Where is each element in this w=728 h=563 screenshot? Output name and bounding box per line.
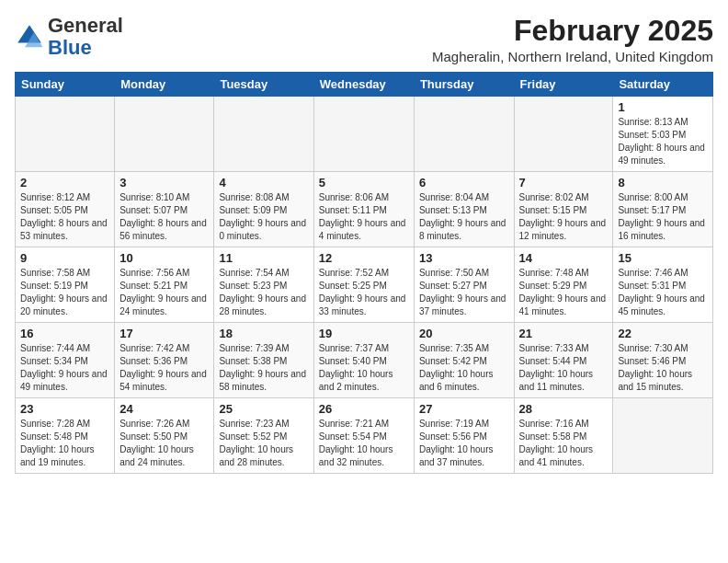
weekday-header-friday: Friday <box>514 73 613 97</box>
calendar-cell <box>514 97 613 172</box>
calendar-cell: 20Sunrise: 7:35 AM Sunset: 5:42 PM Dayli… <box>414 323 514 398</box>
day-info: Sunrise: 7:26 AM Sunset: 5:50 PM Dayligh… <box>119 418 209 469</box>
calendar-table: SundayMondayTuesdayWednesdayThursdayFrid… <box>15 72 713 474</box>
day-number: 24 <box>119 402 209 416</box>
day-info: Sunrise: 8:04 AM Sunset: 5:13 PM Dayligh… <box>419 191 509 243</box>
day-info: Sunrise: 7:21 AM Sunset: 5:54 PM Dayligh… <box>319 418 409 469</box>
day-info: Sunrise: 7:35 AM Sunset: 5:42 PM Dayligh… <box>419 342 509 394</box>
calendar-cell: 19Sunrise: 7:37 AM Sunset: 5:40 PM Dayli… <box>313 323 414 398</box>
day-number: 13 <box>419 251 509 265</box>
day-number: 8 <box>618 176 708 190</box>
day-number: 21 <box>519 327 609 340</box>
title-section: February 2025 Magheralin, Northern Irela… <box>432 15 713 64</box>
calendar-cell: 3Sunrise: 8:10 AM Sunset: 5:07 PM Daylig… <box>115 172 214 247</box>
day-info: Sunrise: 8:08 AM Sunset: 5:09 PM Dayligh… <box>219 191 308 243</box>
day-info: Sunrise: 8:12 AM Sunset: 5:05 PM Dayligh… <box>20 191 109 243</box>
day-number: 9 <box>20 251 109 265</box>
logo: General Blue <box>15 15 123 59</box>
day-number: 3 <box>119 176 209 190</box>
day-info: Sunrise: 7:52 AM Sunset: 5:25 PM Dayligh… <box>319 267 409 318</box>
day-number: 2 <box>20 176 109 190</box>
day-number: 16 <box>20 327 109 340</box>
weekday-header-row: SundayMondayTuesdayWednesdayThursdayFrid… <box>16 73 713 97</box>
day-info: Sunrise: 7:30 AM Sunset: 5:46 PM Dayligh… <box>618 342 708 394</box>
day-info: Sunrise: 7:46 AM Sunset: 5:31 PM Dayligh… <box>618 267 708 318</box>
day-number: 23 <box>20 402 109 416</box>
calendar-cell: 27Sunrise: 7:19 AM Sunset: 5:56 PM Dayli… <box>414 398 514 474</box>
weekday-header-monday: Monday <box>115 73 214 97</box>
calendar-cell: 14Sunrise: 7:48 AM Sunset: 5:29 PM Dayli… <box>514 247 613 323</box>
day-info: Sunrise: 7:28 AM Sunset: 5:48 PM Dayligh… <box>20 418 109 469</box>
day-number: 5 <box>319 176 409 190</box>
calendar-cell: 24Sunrise: 7:26 AM Sunset: 5:50 PM Dayli… <box>115 398 214 474</box>
day-info: Sunrise: 7:48 AM Sunset: 5:29 PM Dayligh… <box>519 267 609 318</box>
calendar-cell: 25Sunrise: 7:23 AM Sunset: 5:52 PM Dayli… <box>214 398 313 474</box>
day-info: Sunrise: 7:50 AM Sunset: 5:27 PM Dayligh… <box>419 267 509 318</box>
day-number: 11 <box>219 251 308 265</box>
day-number: 15 <box>618 251 708 265</box>
day-info: Sunrise: 7:56 AM Sunset: 5:21 PM Dayligh… <box>119 267 209 318</box>
day-info: Sunrise: 7:58 AM Sunset: 5:19 PM Dayligh… <box>20 267 109 318</box>
calendar-cell <box>414 97 514 172</box>
day-info: Sunrise: 7:37 AM Sunset: 5:40 PM Dayligh… <box>319 342 409 394</box>
day-info: Sunrise: 7:19 AM Sunset: 5:56 PM Dayligh… <box>419 418 509 469</box>
day-number: 26 <box>319 402 409 416</box>
day-info: Sunrise: 7:39 AM Sunset: 5:38 PM Dayligh… <box>219 342 308 394</box>
calendar-cell: 17Sunrise: 7:42 AM Sunset: 5:36 PM Dayli… <box>115 323 214 398</box>
day-number: 20 <box>419 327 509 340</box>
calendar-week-3: 9Sunrise: 7:58 AM Sunset: 5:19 PM Daylig… <box>16 247 713 323</box>
weekday-header-saturday: Saturday <box>613 73 713 97</box>
location-subtitle: Magheralin, Northern Ireland, United Kin… <box>432 49 713 64</box>
logo-icon <box>15 22 44 52</box>
calendar-cell: 1Sunrise: 8:13 AM Sunset: 5:03 PM Daylig… <box>613 97 713 172</box>
day-info: Sunrise: 8:00 AM Sunset: 5:17 PM Dayligh… <box>618 191 708 243</box>
calendar-cell: 13Sunrise: 7:50 AM Sunset: 5:27 PM Dayli… <box>414 247 514 323</box>
day-number: 10 <box>119 251 209 265</box>
weekday-header-wednesday: Wednesday <box>313 73 414 97</box>
calendar-cell: 9Sunrise: 7:58 AM Sunset: 5:19 PM Daylig… <box>16 247 115 323</box>
month-title: February 2025 <box>432 15 713 47</box>
day-number: 28 <box>519 402 609 416</box>
logo-general-text: General <box>48 14 123 37</box>
calendar-week-1: 1Sunrise: 8:13 AM Sunset: 5:03 PM Daylig… <box>16 97 713 172</box>
weekday-header-tuesday: Tuesday <box>214 73 313 97</box>
day-number: 12 <box>319 251 409 265</box>
calendar-cell: 6Sunrise: 8:04 AM Sunset: 5:13 PM Daylig… <box>414 172 514 247</box>
day-number: 22 <box>618 327 708 340</box>
calendar-cell: 8Sunrise: 8:00 AM Sunset: 5:17 PM Daylig… <box>613 172 713 247</box>
calendar-cell: 16Sunrise: 7:44 AM Sunset: 5:34 PM Dayli… <box>16 323 115 398</box>
day-number: 18 <box>219 327 308 340</box>
calendar-cell: 15Sunrise: 7:46 AM Sunset: 5:31 PM Dayli… <box>613 247 713 323</box>
calendar-cell: 26Sunrise: 7:21 AM Sunset: 5:54 PM Dayli… <box>313 398 414 474</box>
day-number: 4 <box>219 176 308 190</box>
calendar-cell: 23Sunrise: 7:28 AM Sunset: 5:48 PM Dayli… <box>16 398 115 474</box>
day-info: Sunrise: 7:54 AM Sunset: 5:23 PM Dayligh… <box>219 267 308 318</box>
weekday-header-sunday: Sunday <box>16 73 115 97</box>
calendar-cell: 5Sunrise: 8:06 AM Sunset: 5:11 PM Daylig… <box>313 172 414 247</box>
calendar-cell: 7Sunrise: 8:02 AM Sunset: 5:15 PM Daylig… <box>514 172 613 247</box>
day-number: 25 <box>219 402 308 416</box>
day-number: 27 <box>419 402 509 416</box>
day-number: 7 <box>519 176 609 190</box>
calendar-cell: 12Sunrise: 7:52 AM Sunset: 5:25 PM Dayli… <box>313 247 414 323</box>
day-info: Sunrise: 8:13 AM Sunset: 5:03 PM Dayligh… <box>618 116 708 167</box>
day-info: Sunrise: 7:42 AM Sunset: 5:36 PM Dayligh… <box>119 342 209 394</box>
calendar-week-5: 23Sunrise: 7:28 AM Sunset: 5:48 PM Dayli… <box>16 398 713 474</box>
day-number: 17 <box>119 327 209 340</box>
day-info: Sunrise: 8:06 AM Sunset: 5:11 PM Dayligh… <box>319 191 409 243</box>
day-info: Sunrise: 8:02 AM Sunset: 5:15 PM Dayligh… <box>519 191 609 243</box>
calendar-cell: 21Sunrise: 7:33 AM Sunset: 5:44 PM Dayli… <box>514 323 613 398</box>
day-info: Sunrise: 8:10 AM Sunset: 5:07 PM Dayligh… <box>119 191 209 243</box>
calendar-cell: 11Sunrise: 7:54 AM Sunset: 5:23 PM Dayli… <box>214 247 313 323</box>
day-info: Sunrise: 7:44 AM Sunset: 5:34 PM Dayligh… <box>20 342 109 394</box>
day-info: Sunrise: 7:33 AM Sunset: 5:44 PM Dayligh… <box>519 342 609 394</box>
day-number: 1 <box>618 100 708 114</box>
day-number: 19 <box>319 327 409 340</box>
calendar-cell: 10Sunrise: 7:56 AM Sunset: 5:21 PM Dayli… <box>115 247 214 323</box>
calendar-week-2: 2Sunrise: 8:12 AM Sunset: 5:05 PM Daylig… <box>16 172 713 247</box>
calendar-week-4: 16Sunrise: 7:44 AM Sunset: 5:34 PM Dayli… <box>16 323 713 398</box>
day-info: Sunrise: 7:23 AM Sunset: 5:52 PM Dayligh… <box>219 418 308 469</box>
day-number: 6 <box>419 176 509 190</box>
day-info: Sunrise: 7:16 AM Sunset: 5:58 PM Dayligh… <box>519 418 609 469</box>
calendar-cell: 18Sunrise: 7:39 AM Sunset: 5:38 PM Dayli… <box>214 323 313 398</box>
